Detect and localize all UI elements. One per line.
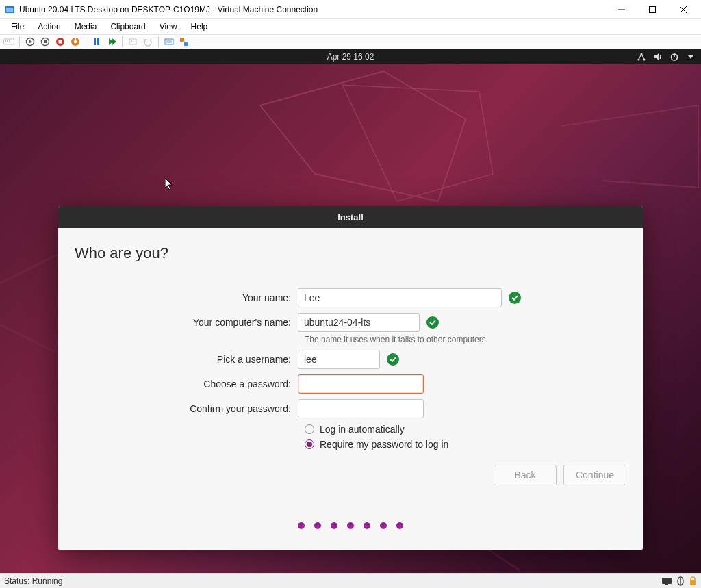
power-icon[interactable]: [670, 52, 679, 62]
progress-dots: [58, 522, 643, 529]
svg-rect-39: [665, 584, 668, 585]
menu-help[interactable]: Help: [184, 21, 215, 33]
ubuntu-topbar: Apr 29 16:02: [0, 49, 701, 64]
svg-rect-18: [75, 38, 76, 40]
toolbar-separator: [122, 36, 123, 47]
continue-button[interactable]: Continue: [563, 465, 626, 485]
stop-icon[interactable]: [39, 36, 51, 48]
svg-marker-11: [29, 40, 32, 44]
svg-marker-33: [654, 53, 659, 60]
vm-viewport: Apr 29 16:02 Install Who are you? Your n…: [0, 49, 701, 573]
checkpoint-icon[interactable]: [127, 36, 139, 48]
check-ok-icon: [509, 292, 521, 304]
confirm-password-input[interactable]: [298, 399, 424, 418]
toolbar-separator: [158, 36, 159, 47]
volume-icon[interactable]: [653, 52, 663, 62]
radio-require-password[interactable]: Require my password to log in: [305, 439, 626, 450]
mouse-cursor: [165, 178, 175, 190]
window-titlebar: Ubuntu 20.04 LTS Desktop on DESKTOP-C1O1…: [0, 0, 701, 19]
menu-action[interactable]: Action: [31, 21, 67, 33]
lock-icon: [689, 576, 697, 586]
computer-name-label: Your computer's name:: [75, 317, 298, 328]
svg-rect-28: [180, 38, 184, 42]
radio-require-password-label: Require my password to log in: [320, 439, 448, 450]
password-label: Choose a password:: [75, 379, 298, 389]
svg-rect-27: [166, 40, 172, 43]
status-text: Status: Running: [4, 576, 62, 586]
username-input[interactable]: [298, 350, 380, 369]
username-label: Pick a username:: [75, 354, 298, 365]
name-label: Your name:: [75, 292, 298, 303]
computer-name-input[interactable]: [298, 313, 420, 332]
confirm-password-label: Confirm your password:: [75, 403, 298, 414]
svg-rect-8: [7, 40, 8, 42]
toolbar-separator: [19, 36, 20, 47]
reset-icon[interactable]: [105, 36, 118, 48]
installer-titlebar: Install: [58, 206, 643, 228]
toolbar: [0, 34, 701, 49]
menu-view[interactable]: View: [153, 21, 184, 33]
revert-icon[interactable]: [142, 36, 154, 48]
radio-on-icon: [305, 439, 314, 449]
save-state-icon[interactable]: [69, 36, 81, 48]
svg-rect-3: [649, 6, 655, 12]
menu-media[interactable]: Media: [68, 21, 104, 33]
check-ok-icon: [426, 316, 439, 329]
close-button[interactable]: [667, 0, 698, 19]
computer-name-helper: The name it uses when it talks to other …: [305, 335, 626, 344]
share-icon[interactable]: [178, 36, 190, 48]
window-title: Ubuntu 20.04 LTS Desktop on DESKTOP-C1O1…: [19, 5, 606, 14]
shutdown-icon[interactable]: [54, 36, 66, 48]
chevron-down-icon[interactable]: [686, 52, 696, 62]
radio-auto-login-label: Log in automatically: [320, 424, 405, 435]
installer-window: Install Who are you? Your name: Your com…: [58, 206, 643, 550]
radio-off-icon: [305, 424, 314, 434]
maximize-button[interactable]: [637, 0, 667, 19]
minimize-button[interactable]: [606, 0, 637, 19]
radio-auto-login[interactable]: Log in automatically: [305, 424, 626, 435]
toolbar-separator: [86, 36, 86, 47]
svg-rect-29: [184, 42, 188, 46]
menu-file[interactable]: File: [4, 21, 31, 33]
menu-clipboard[interactable]: Clipboard: [103, 21, 152, 33]
svg-rect-20: [97, 38, 99, 45]
back-button[interactable]: Back: [494, 465, 557, 485]
installer-heading: Who are you?: [75, 244, 626, 262]
window-controls: [606, 0, 698, 19]
svg-rect-24: [131, 40, 132, 42]
svg-rect-23: [129, 39, 136, 44]
vm-app-icon: [4, 4, 15, 15]
pause-icon[interactable]: [90, 36, 103, 48]
svg-marker-37: [165, 178, 172, 190]
check-ok-icon: [387, 353, 399, 366]
svg-rect-38: [662, 578, 672, 584]
topbar-datetime[interactable]: Apr 29 16:02: [327, 52, 374, 62]
svg-rect-7: [5, 40, 6, 42]
svg-rect-15: [59, 40, 62, 44]
enhanced-session-icon[interactable]: [163, 36, 175, 48]
svg-marker-22: [112, 38, 116, 45]
usb-icon: [676, 576, 685, 586]
svg-rect-1: [6, 8, 13, 12]
ctrl-alt-del-icon[interactable]: [3, 36, 15, 48]
display-icon: [661, 576, 672, 586]
svg-rect-42: [690, 580, 696, 585]
password-input[interactable]: [298, 374, 424, 394]
installer-title-text: Install: [337, 212, 364, 222]
statusbar: Status: Running: [0, 573, 701, 588]
svg-point-17: [74, 40, 77, 43]
svg-rect-19: [94, 38, 96, 45]
svg-rect-13: [44, 40, 47, 43]
svg-rect-9: [9, 40, 10, 42]
start-icon[interactable]: [24, 36, 36, 48]
network-icon[interactable]: [637, 52, 646, 62]
menubar: File Action Media Clipboard View Help: [0, 19, 701, 34]
svg-marker-36: [688, 55, 693, 59]
name-input[interactable]: [298, 288, 502, 307]
